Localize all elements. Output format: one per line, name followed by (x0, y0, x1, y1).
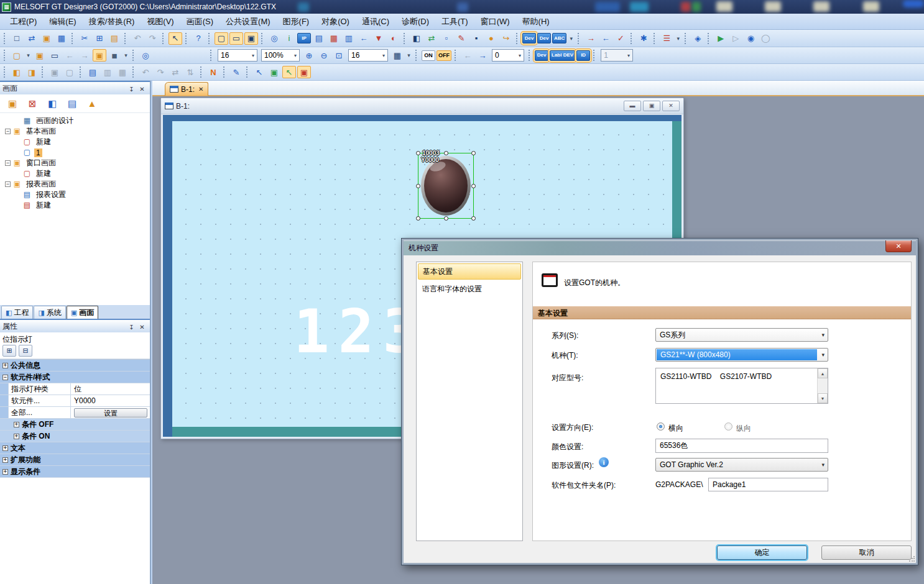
comm-setting-button[interactable]: ✱ (637, 32, 650, 45)
select-screen-button[interactable]: ▣ (297, 66, 311, 78)
scroll-up-icon[interactable]: ▲ (818, 368, 828, 378)
label-device-display-button[interactable]: Labl DEV (550, 50, 575, 61)
toolbar-more-button[interactable]: ▾ (568, 32, 575, 45)
save-project-button[interactable]: ▦ (55, 32, 68, 45)
overlap-window-button[interactable]: ◧ (410, 32, 423, 45)
help-button[interactable]: ? (192, 32, 205, 45)
ip-address-list-button[interactable]: IP (297, 33, 311, 43)
property-condition-off[interactable]: +条件 OFF (0, 419, 150, 431)
menu-communication[interactable]: 通讯(C) (356, 14, 395, 29)
set-button[interactable]: 设置 (74, 408, 147, 417)
open-project-button[interactable]: ▣ (40, 32, 53, 45)
property-text[interactable]: +文本 (0, 442, 150, 454)
close-icon[interactable]: ✕ (137, 322, 147, 331)
expander-icon[interactable]: + (2, 363, 8, 368)
toolbar-grip[interactable] (578, 33, 581, 44)
toolbar-grip[interactable] (685, 33, 688, 44)
property-display-condition[interactable]: +显示条件 (0, 466, 150, 478)
menu-help[interactable]: 帮助(H) (516, 14, 556, 29)
menu-window[interactable]: 窗口(W) (474, 14, 516, 29)
menu-search-replace[interactable]: 搜索/替换(R) (83, 14, 141, 29)
dialog-close-button[interactable]: ✕ (885, 240, 912, 252)
device-monitor-button[interactable]: Dev (522, 33, 536, 43)
close-screen-button[interactable]: ▭ (48, 49, 62, 62)
expander-icon[interactable]: + (14, 434, 19, 439)
toolbar-grip[interactable] (593, 50, 596, 61)
device-label-button[interactable]: Dev (537, 33, 551, 43)
device-display-button[interactable]: Dev (535, 50, 548, 61)
group-button[interactable]: ▣ (48, 66, 62, 78)
simulator-search-button[interactable]: ◉ (744, 32, 757, 45)
toolbar-more2-button[interactable]: ▾ (675, 32, 681, 45)
undo-button[interactable]: ↶ (131, 32, 144, 45)
screen-image-list-button[interactable]: ◎ (267, 32, 281, 45)
screen-design-button[interactable]: ✎ (455, 32, 468, 45)
property-common-info[interactable]: +公共信息 (0, 360, 150, 372)
select-mode-button[interactable]: ↖ (169, 32, 182, 45)
property-all-settings[interactable]: 全部...设置 (0, 407, 150, 419)
screen-property-button[interactable]: ▣ (244, 32, 258, 45)
menu-object[interactable]: 对象(O) (315, 14, 356, 29)
expander-icon[interactable]: + (2, 457, 8, 463)
expander-icon[interactable]: − (5, 160, 11, 166)
dock-tab-screen[interactable]: ▣ 画面 (67, 306, 98, 319)
expander-icon[interactable]: + (2, 469, 8, 475)
tree-base-1[interactable]: ▢1 (0, 147, 150, 158)
toolbar-grip[interactable] (210, 50, 213, 61)
system-tree-button[interactable]: ☰ (660, 32, 673, 45)
next-state-button[interactable]: → (476, 49, 489, 62)
selection-handle[interactable] (471, 151, 476, 155)
sort-category-button[interactable]: ⊞ (2, 345, 16, 357)
orientation-horizontal-radio[interactable] (657, 422, 665, 431)
ok-button[interactable]: 确定 (717, 545, 807, 560)
selection-handle[interactable] (471, 184, 476, 188)
data-check-button[interactable]: ◈ (691, 32, 705, 45)
fill-color-dropdown-button[interactable]: ▾ (122, 49, 129, 62)
cancel-button[interactable]: 取消 (821, 545, 912, 560)
tree-window-new[interactable]: ▢新建 (0, 168, 150, 179)
open-screen-button[interactable]: ▣ (33, 49, 47, 62)
screen-warning-tool-button[interactable]: ▲ (84, 96, 100, 111)
scroll-down-icon[interactable]: ▼ (818, 393, 828, 403)
base-screen-button[interactable]: ▢ (215, 32, 228, 45)
dock-tab-system[interactable]: ◨ 系统 (34, 306, 65, 319)
expander-icon[interactable]: + (2, 445, 8, 451)
keyboard-dropdown-button[interactable]: ▾ (405, 49, 412, 62)
flip-horizontal-button[interactable]: ⇄ (169, 66, 182, 78)
close-icon[interactable]: ✕ (137, 84, 147, 93)
toolbar-grip[interactable] (708, 33, 711, 44)
fit-screen-button[interactable]: ⊡ (332, 49, 346, 62)
capture-info-button[interactable]: ▦ (116, 66, 129, 78)
property-condition-on[interactable]: +条件 ON (0, 431, 150, 442)
simulator-update-button[interactable]: ▷ (729, 32, 742, 45)
flip-vertical-button[interactable]: ⇅ (183, 66, 197, 78)
zoom-in-button[interactable]: ⊕ (302, 49, 316, 62)
toolbar-grip[interactable] (529, 50, 532, 61)
parts-image-button[interactable]: ▪ (469, 32, 483, 45)
tree-window-screen[interactable]: −▣窗口画面 (0, 158, 150, 168)
prev-state-button[interactable]: ← (461, 49, 474, 62)
new-screen-dropdown-button[interactable]: ▾ (25, 49, 32, 62)
expander-icon[interactable]: − (5, 129, 11, 134)
screen-back-button[interactable]: ← (63, 49, 76, 62)
scrollbar[interactable]: ▲ ▼ (817, 368, 828, 403)
write-to-got-button[interactable]: → (584, 32, 598, 45)
select-arrow-button[interactable]: ↖ (252, 66, 266, 78)
new-project-button[interactable]: □ (10, 32, 24, 45)
dialog-titlebar[interactable]: 机种设置 (404, 240, 916, 255)
close-icon[interactable]: ✕ (662, 101, 680, 111)
copy-button[interactable]: ⊞ (93, 32, 106, 45)
new-screen-button[interactable]: ▢ (10, 49, 24, 62)
property-lamp-type[interactable]: 指示灯种类位 (0, 383, 150, 395)
orientation-horizontal-label[interactable]: 横向 (668, 423, 683, 434)
send-to-back-button[interactable]: ◨ (25, 66, 39, 78)
expander-icon[interactable]: + (14, 422, 19, 427)
info-icon[interactable]: i (599, 457, 609, 467)
toolbar-grip[interactable] (404, 33, 407, 44)
import-project-button[interactable]: ⇄ (25, 32, 39, 45)
screen-editor-titlebar[interactable]: B-1: ▬ ▣ ✕ (161, 98, 683, 114)
selection-handle[interactable] (416, 184, 420, 188)
rotate-right-button[interactable]: ↷ (154, 66, 167, 78)
menu-tools[interactable]: 工具(T) (435, 14, 474, 29)
tree-report-settings[interactable]: ▤报表设置 (0, 189, 150, 200)
